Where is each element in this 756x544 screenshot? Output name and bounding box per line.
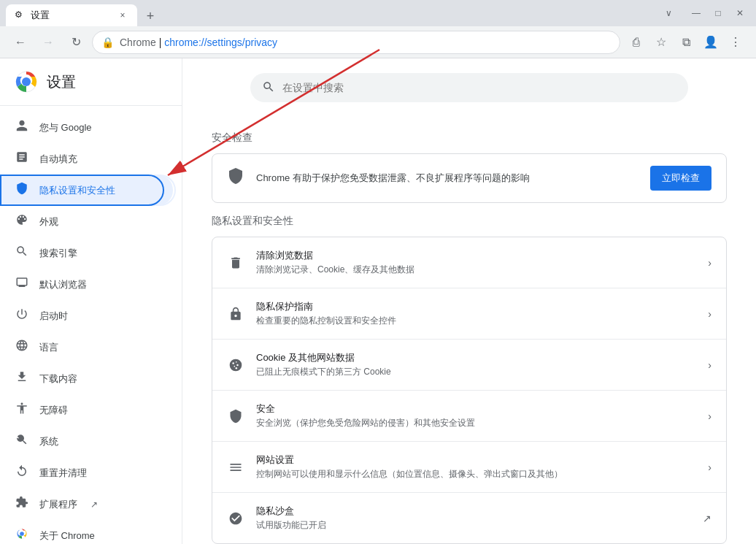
- security-content: 安全 安全浏览（保护您免受危险网站的侵害）和其他安全设置: [256, 402, 696, 429]
- sidebar-item-reset[interactable]: 重置并清理: [0, 457, 173, 489]
- svg-point-7: [232, 362, 234, 364]
- sidebar-item-appearance[interactable]: 外观: [0, 206, 173, 237]
- clear-browsing-title: 清除浏览数据: [256, 249, 696, 262]
- privacy-section: 隐私设置和安全性 清除浏览数据 清除浏览记录、Cookie、缓存及其他数据 ›: [212, 215, 727, 544]
- tab-title: 设置: [31, 9, 112, 22]
- content-area: 安全检查 Chrome 有助于保护您免受数据泄露、不良扩展程序等问题的影响 立即…: [182, 58, 756, 544]
- power-icon: [15, 307, 29, 324]
- sandbox-icon: [227, 510, 244, 527]
- palette-icon: [15, 213, 29, 230]
- privacy-sandbox-subtitle: 试用版功能已开启: [256, 519, 691, 532]
- svg-point-8: [236, 361, 237, 363]
- settings-header: 设置: [0, 58, 182, 106]
- site-settings-title: 网站设置: [256, 453, 696, 467]
- sidebar-label-reset: 重置并清理: [39, 467, 87, 480]
- active-tab[interactable]: ⚙ 设置 ×: [6, 4, 137, 26]
- person-icon: [15, 119, 29, 136]
- sidebar-label-system: 系统: [39, 435, 58, 448]
- cookies-item[interactable]: Cookie 及其他网站数据 已阻止无痕模式下的第三方 Cookie ›: [212, 340, 726, 391]
- sidebar-label-autofill: 自动填充: [39, 153, 77, 166]
- sidebar-label-appearance: 外观: [39, 215, 58, 229]
- extend-icon[interactable]: ⧉: [674, 31, 698, 54]
- sidebar-label-language: 语言: [39, 341, 58, 354]
- new-tab-button[interactable]: +: [140, 6, 161, 26]
- document-icon: [15, 150, 29, 167]
- forward-button[interactable]: →: [36, 31, 60, 54]
- privacy-sandbox-content: 隐私沙盒 试用版功能已开启: [256, 505, 691, 532]
- address-text: Chrome | chrome://settings/privacy: [120, 37, 611, 48]
- profile-icon[interactable]: 👤: [699, 31, 722, 54]
- privacy-sandbox-item[interactable]: 隐私沙盒 试用版功能已开启 ↗: [212, 493, 726, 543]
- puzzle-icon: [15, 496, 29, 513]
- site-settings-content: 网站设置 控制网站可以使用和显示什么信息（如位置信息、摄像头、弹出式窗口及其他）: [256, 453, 696, 480]
- privacy-guide-item[interactable]: 隐私保护指南 检查重要的隐私控制设置和安全控件 ›: [212, 288, 726, 340]
- sidebar-item-wrapper-privacy: 隐私设置和安全性: [0, 175, 173, 206]
- safety-shield-icon: [227, 167, 244, 189]
- sidebar-item-autofill[interactable]: 自动填充: [0, 143, 173, 175]
- sidebar-item-extensions[interactable]: 扩展程序 ↗: [0, 489, 173, 520]
- sidebar-item-search[interactable]: 搜索引擎: [0, 237, 173, 269]
- sidebar-label-accessibility: 无障碍: [39, 404, 68, 417]
- navigation-bar: ← → ↻ 🔒 Chrome | chrome://settings/priva…: [0, 26, 756, 58]
- trash-icon: [227, 254, 244, 272]
- sidebar: 设置 您与 Google 自动填充: [0, 58, 182, 544]
- svg-point-2: [23, 79, 30, 85]
- site-settings-item[interactable]: 网站设置 控制网站可以使用和显示什么信息（如位置信息、摄像头、弹出式窗口及其他）…: [212, 442, 726, 493]
- address-path: chrome://settings/privacy: [164, 37, 277, 48]
- search-icon: [15, 245, 29, 261]
- menu-icon[interactable]: ⋮: [724, 31, 747, 54]
- wrench-icon: [15, 433, 29, 450]
- close-window-button[interactable]: ✕: [730, 3, 750, 23]
- sidebar-navigation: 您与 Google 自动填充 隐私设置和安全性: [0, 106, 182, 544]
- privacy-guide-title: 隐私保护指南: [256, 300, 696, 313]
- window-controls: ∨ — □ ✕: [658, 3, 750, 23]
- address-bar[interactable]: 🔒 Chrome | chrome://settings/privacy: [92, 31, 620, 54]
- safety-check-content: Chrome 有助于保护您免受数据泄露、不良扩展程序等问题的影响 立即检查: [212, 154, 726, 202]
- privacy-sandbox-title: 隐私沙盒: [256, 505, 691, 518]
- minimize-button[interactable]: —: [686, 3, 706, 23]
- sidebar-item-about[interactable]: 关于 Chrome: [0, 520, 173, 544]
- tab-strip-chevron[interactable]: ∨: [658, 3, 679, 23]
- share-icon[interactable]: ⎙: [625, 31, 648, 54]
- safety-check-card: Chrome 有助于保护您免受数据泄露、不良扩展程序等问题的影响 立即检查: [212, 153, 727, 203]
- refresh-icon: [15, 464, 29, 481]
- clear-browsing-item[interactable]: 清除浏览数据 清除浏览记录、Cookie、缓存及其他数据 ›: [212, 237, 726, 288]
- sidebar-label-search: 搜索引擎: [39, 247, 77, 260]
- svg-point-5: [20, 532, 23, 535]
- privacy-guide-subtitle: 检查重要的隐私控制设置和安全控件: [256, 315, 696, 327]
- sidebar-item-google[interactable]: 您与 Google: [0, 112, 173, 143]
- tab-area: ⚙ 设置 × +: [6, 0, 658, 26]
- search-input[interactable]: [282, 82, 676, 93]
- bookmark-icon[interactable]: ☆: [649, 31, 673, 54]
- back-button[interactable]: ←: [9, 31, 32, 54]
- sidebar-item-language[interactable]: 语言: [0, 332, 173, 363]
- maximize-button[interactable]: □: [708, 3, 728, 23]
- sidebar-label-privacy: 隐私设置和安全性: [39, 184, 115, 197]
- sidebar-item-accessibility[interactable]: 无障碍: [0, 394, 173, 426]
- reload-button[interactable]: ↻: [64, 31, 88, 54]
- svg-point-10: [234, 365, 236, 367]
- settings-main-title: 设置: [47, 72, 76, 92]
- cookies-content: Cookie 及其他网站数据 已阻止无痕模式下的第三方 Cookie: [256, 351, 696, 378]
- svg-point-9: [236, 364, 239, 366]
- check-now-button[interactable]: 立即检查: [650, 166, 711, 191]
- download-icon: [15, 370, 29, 387]
- privacy-guide-icon: [227, 305, 244, 323]
- sidebar-item-privacy[interactable]: 隐私设置和安全性: [0, 175, 173, 206]
- chrome-info-icon: [15, 527, 29, 544]
- svg-point-6: [230, 359, 242, 371]
- cookie-icon: [227, 356, 244, 374]
- security-item[interactable]: 安全 安全浏览（保护您免受危险网站的侵害）和其他安全设置 ›: [212, 391, 726, 442]
- sidebar-item-downloads[interactable]: 下载内容: [0, 363, 173, 394]
- sidebar-item-system[interactable]: 系统: [0, 426, 173, 457]
- svg-point-11: [236, 367, 238, 369]
- security-subtitle: 安全浏览（保护您免受危险网站的侵害）和其他安全设置: [256, 417, 696, 429]
- sidebar-item-browser[interactable]: 默认浏览器: [0, 269, 173, 300]
- sidebar-label-about: 关于 Chrome: [39, 529, 95, 543]
- chrome-logo-icon: [15, 70, 38, 93]
- main-layout: 设置 您与 Google 自动填充: [0, 58, 756, 544]
- cookies-subtitle: 已阻止无痕模式下的第三方 Cookie: [256, 366, 696, 378]
- tab-close-button[interactable]: ×: [117, 9, 128, 21]
- sidebar-item-startup[interactable]: 启动时: [0, 300, 173, 332]
- safety-description: Chrome 有助于保护您免受数据泄露、不良扩展程序等问题的影响: [256, 172, 639, 185]
